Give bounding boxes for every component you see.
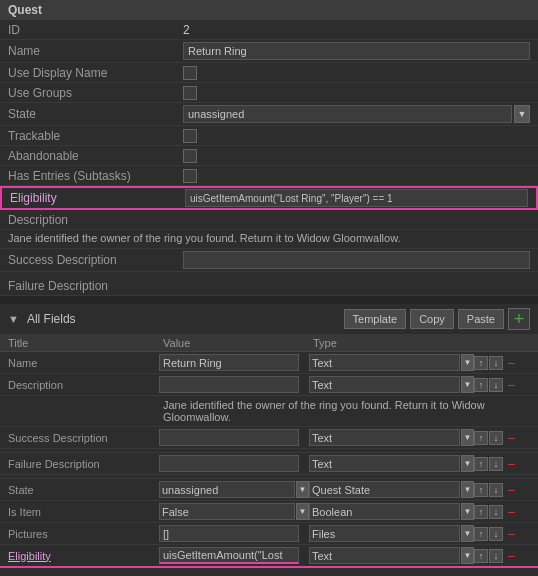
row-failure-type-select[interactable]: Text [309, 455, 460, 472]
row-failure-value-input[interactable] [159, 455, 299, 472]
row-pictures-up-btn[interactable]: ↑ [474, 527, 488, 541]
trackable-row: Trackable [0, 126, 538, 146]
row-failure-up-btn[interactable]: ↑ [474, 457, 488, 471]
row-eligibility-down-btn[interactable]: ↓ [489, 549, 503, 563]
row-success-type-arrow[interactable]: ▼ [461, 429, 474, 446]
state-select[interactable]: unassigned [183, 105, 512, 123]
row-success-value-input[interactable] [159, 429, 299, 446]
row-pictures-type-arrow[interactable]: ▼ [461, 525, 474, 542]
th-value: Value [163, 337, 313, 349]
success-description-input[interactable] [183, 251, 530, 269]
quest-label: Quest [8, 3, 42, 17]
abandonable-row: Abandonable [0, 146, 538, 166]
row-state-type-select[interactable]: Quest State [309, 481, 460, 498]
row-pictures-actions: ↑ ↓ − [474, 527, 534, 541]
row-isitem-down-btn[interactable]: ↓ [489, 505, 503, 519]
row-name-type-select[interactable]: Text [309, 354, 460, 371]
row-desc-title: Description [4, 379, 159, 391]
use-display-name-label: Use Display Name [8, 66, 183, 80]
row-name-type-arrow[interactable]: ▼ [461, 354, 474, 371]
name-input[interactable] [183, 42, 530, 60]
template-button[interactable]: Template [344, 309, 407, 329]
row-isitem-type-arrow[interactable]: ▼ [461, 503, 474, 520]
row-pictures-down-btn[interactable]: ↓ [489, 527, 503, 541]
row-state-down-btn[interactable]: ↓ [489, 483, 503, 497]
row-name-remove-btn[interactable]: − [504, 356, 518, 370]
use-display-name-checkbox[interactable] [183, 66, 197, 80]
row-isitem-value-arrow[interactable]: ▼ [296, 503, 309, 520]
row-desc-type-arrow[interactable]: ▼ [461, 376, 474, 393]
success-description-label: Success Description [8, 253, 183, 267]
row-name-type-wrap: Text ▼ [309, 354, 474, 371]
row-state-remove-btn[interactable]: − [504, 483, 518, 497]
row-eligibility-type-arrow[interactable]: ▼ [461, 547, 474, 564]
row-pictures-title: Pictures [4, 528, 159, 540]
row-desc-up-btn[interactable]: ↑ [474, 378, 488, 392]
paste-button[interactable]: Paste [458, 309, 504, 329]
table-row: Failure Description Text ▼ ↑ ↓ − [0, 453, 538, 475]
row-name-up-btn[interactable]: ↑ [474, 356, 488, 370]
row-failure-actions: ↑ ↓ − [474, 457, 534, 471]
row-isitem-remove-btn[interactable]: − [504, 505, 518, 519]
row-state-actions: ↑ ↓ − [474, 483, 534, 497]
table-row: Is Item False ▼ Boolean ▼ ↑ ↓ − [0, 501, 538, 523]
add-field-button[interactable]: + [508, 308, 530, 330]
row-success-up-btn[interactable]: ↑ [474, 431, 488, 445]
row-pictures-remove-btn[interactable]: − [504, 527, 518, 541]
eligibility-input[interactable] [185, 189, 528, 207]
row-failure-remove-btn[interactable]: − [504, 457, 518, 471]
row-desc-value-input[interactable] [159, 376, 299, 393]
state-dropdown-arrow[interactable]: ▼ [514, 105, 530, 123]
use-groups-checkbox[interactable] [183, 86, 197, 100]
row-success-down-btn[interactable]: ↓ [489, 431, 503, 445]
row-isitem-type-select-wrap: Boolean ▼ [309, 503, 474, 520]
all-fields-triangle[interactable]: ▼ [8, 313, 19, 325]
row-eligibility-type-select-wrap: Text ▼ [309, 547, 474, 564]
table-row: State unassigned ▼ Quest State ▼ ↑ ↓ − [0, 479, 538, 501]
table-row: Name Text ▼ ↑ ↓ − [0, 352, 538, 374]
row-isitem-value-select[interactable]: False [159, 503, 295, 520]
row-desc-down-btn[interactable]: ↓ [489, 378, 503, 392]
row-name-value-input[interactable] [159, 354, 299, 371]
row-failure-value-wrap [159, 455, 309, 472]
row-eligibility-remove-btn[interactable]: − [504, 549, 518, 563]
row-isitem-up-btn[interactable]: ↑ [474, 505, 488, 519]
row-isitem-actions: ↑ ↓ − [474, 505, 534, 519]
row-name-down-btn[interactable]: ↓ [489, 356, 503, 370]
row-eligibility-value-input[interactable] [159, 547, 299, 564]
row-desc-description-text: Jane identified the owner of the ring yo… [0, 396, 538, 427]
row-success-actions: ↑ ↓ − [474, 431, 534, 445]
row-success-type-select[interactable]: Text [309, 429, 460, 446]
row-pictures-type-wrap: Files ▼ [309, 525, 474, 542]
copy-button[interactable]: Copy [410, 309, 454, 329]
row-desc-type-select[interactable]: Text [309, 376, 460, 393]
row-state-up-btn[interactable]: ↑ [474, 483, 488, 497]
row-state-value-arrow[interactable]: ▼ [296, 481, 309, 498]
row-failure-type-arrow[interactable]: ▼ [461, 455, 474, 472]
id-field-row: ID 2 [0, 20, 538, 40]
row-state-value-select[interactable]: unassigned [159, 481, 295, 498]
has-entries-checkbox[interactable] [183, 169, 197, 183]
success-description-row: Success Description [0, 249, 538, 272]
row-success-type-wrap: Text ▼ [309, 429, 474, 446]
row-eligibility-type-select[interactable]: Text [309, 547, 460, 564]
trackable-checkbox[interactable] [183, 129, 197, 143]
row-eligibility-up-btn[interactable]: ↑ [474, 549, 488, 563]
row-desc-actions: ↑ ↓ − [474, 378, 534, 392]
row-pictures-value-wrap [159, 525, 309, 542]
row-isitem-type-select[interactable]: Boolean [309, 503, 460, 520]
row-pictures-type-select[interactable]: Files [309, 525, 460, 542]
row-failure-down-btn[interactable]: ↓ [489, 457, 503, 471]
quest-section-header: Quest [0, 0, 538, 20]
has-entries-label: Has Entries (Subtasks) [8, 169, 183, 183]
description-label: Description [8, 213, 183, 227]
table-header: Title Value Type [0, 335, 538, 352]
row-desc-type-select-wrap: Text ▼ [309, 376, 474, 393]
row-state-type-arrow[interactable]: ▼ [461, 481, 474, 498]
row-desc-remove-btn[interactable]: − [504, 378, 518, 392]
row-state-value-wrap: unassigned ▼ [159, 481, 309, 498]
abandonable-checkbox[interactable] [183, 149, 197, 163]
row-pictures-value-input[interactable] [159, 525, 299, 542]
row-name-title: Name [4, 357, 159, 369]
row-success-remove-btn[interactable]: − [504, 431, 518, 445]
